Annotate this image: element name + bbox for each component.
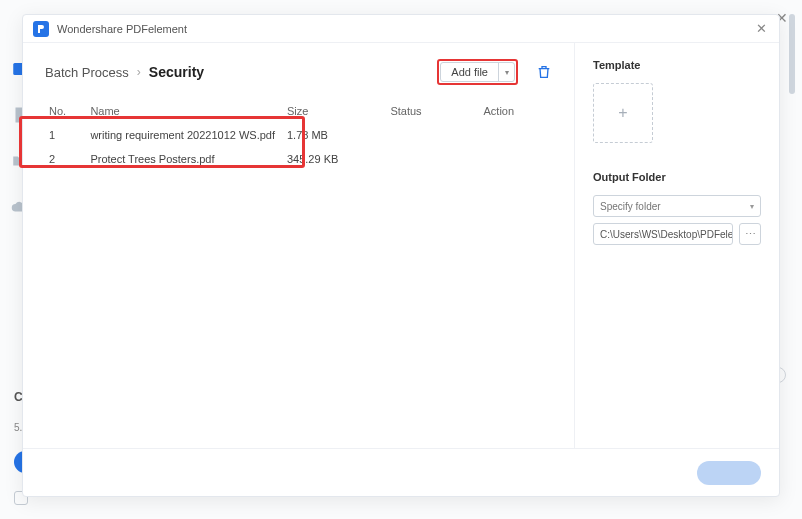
side-panel: Template + Output Folder Specify folder … (574, 43, 779, 448)
output-path-text: C:\Users\WS\Desktop\PDFelement\Sec (600, 229, 733, 240)
add-file-label: Add file (441, 66, 498, 78)
dialog-body: Batch Process › Security Add file ▾ (23, 43, 779, 448)
add-file-highlight: Add file ▾ (437, 59, 518, 85)
main-header: Batch Process › Security Add file ▾ (45, 59, 552, 85)
folder-mode-value: Specify folder (600, 201, 661, 212)
add-file-button[interactable]: Add file ▾ (440, 62, 515, 82)
breadcrumb-current: Security (149, 64, 204, 80)
cell-no: 2 (45, 147, 86, 171)
cell-name: writing requirement 20221012 WS.pdf (86, 123, 283, 147)
cell-status (386, 123, 479, 147)
col-size: Size (283, 99, 386, 123)
template-section-title: Template (593, 59, 761, 71)
cell-size: 345.29 KB (283, 147, 386, 171)
window-title: Wondershare PDFelement (57, 23, 753, 35)
clear-trash-icon[interactable] (536, 64, 552, 80)
content-scrollbar[interactable] (789, 14, 795, 94)
col-status: Status (386, 99, 479, 123)
file-table: No. Name Size Status Action 1 writing re… (45, 99, 552, 171)
col-action: Action (480, 99, 552, 123)
dialog-footer (23, 448, 779, 496)
cell-action (480, 123, 552, 147)
cell-status (386, 147, 479, 171)
folder-mode-select[interactable]: Specify folder ▾ (593, 195, 761, 217)
browse-button[interactable]: ⋯ (739, 223, 761, 245)
add-template-button[interactable]: + (593, 83, 653, 143)
breadcrumb-root[interactable]: Batch Process (45, 65, 129, 80)
chevron-down-icon: ▾ (750, 202, 754, 211)
batch-dialog: Wondershare PDFelement ✕ Batch Process ›… (22, 14, 780, 497)
table-row[interactable]: 2 Protect Trees Posters.pdf 345.29 KB (45, 147, 552, 171)
titlebar: Wondershare PDFelement ✕ (23, 15, 779, 43)
output-path-field[interactable]: C:\Users\WS\Desktop\PDFelement\Sec (593, 223, 733, 245)
output-folder-title: Output Folder (593, 171, 761, 183)
main-panel: Batch Process › Security Add file ▾ (23, 43, 574, 448)
table-row[interactable]: 1 writing requirement 20221012 WS.pdf 1.… (45, 123, 552, 147)
cell-size: 1.78 MB (283, 123, 386, 147)
app-icon (33, 21, 49, 37)
cell-no: 1 (45, 123, 86, 147)
cell-action (480, 147, 552, 171)
table-header-row: No. Name Size Status Action (45, 99, 552, 123)
close-icon[interactable]: ✕ (753, 21, 769, 37)
app-window: ✕ Cl 5.8 Wondershare PDFelement ✕ (0, 0, 802, 519)
apply-button[interactable] (697, 461, 761, 485)
output-path-row: C:\Users\WS\Desktop\PDFelement\Sec ⋯ (593, 223, 761, 245)
col-name: Name (86, 99, 283, 123)
cell-name: Protect Trees Posters.pdf (86, 147, 283, 171)
chevron-down-icon[interactable]: ▾ (498, 63, 514, 81)
chevron-right-icon: › (137, 65, 141, 79)
col-no: No. (45, 99, 86, 123)
